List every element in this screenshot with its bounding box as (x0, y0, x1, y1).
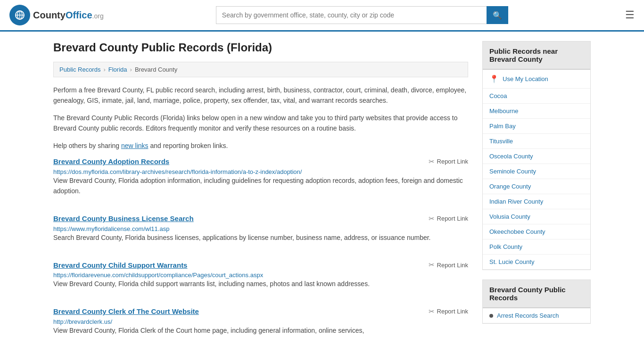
record-desc-clerk: View Brevard County, Florida Clerk of th… (53, 325, 468, 336)
breadcrumb-florida[interactable]: Florida (108, 66, 127, 73)
record-title-adoption[interactable]: Brevard County Adoption Records (53, 157, 169, 165)
sidebar-link-okeechobee[interactable]: Okeechobee County (483, 224, 590, 239)
sidebar: Public Records near Brevard County 📍 Use… (482, 41, 591, 354)
intro-paragraph-2: The Brevard County Public Records (Flori… (53, 113, 468, 134)
record-title-business[interactable]: Brevard County Business License Search (53, 214, 194, 222)
report-link-0[interactable]: ✂ Report Link (429, 157, 468, 166)
report-link-1[interactable]: ✂ Report Link (429, 214, 468, 223)
record-title-clerk[interactable]: Brevard County Clerk of The Court Websit… (53, 307, 199, 315)
logo-text: CountyOffice.org (33, 10, 104, 21)
logo-icon (9, 5, 30, 25)
sidebar-record-arrest[interactable]: Arrest Records Search (483, 308, 590, 323)
record-url-adoption[interactable]: https://dos.myflorida.com/library-archiv… (53, 168, 302, 175)
intro-paragraph-3: Help others by sharing new links and rep… (53, 140, 468, 151)
sidebar-link-melbourne[interactable]: Melbourne (483, 104, 590, 119)
sidebar-link-orange[interactable]: Orange County (483, 179, 590, 194)
breadcrumb-public-records[interactable]: Public Records (59, 66, 100, 73)
new-links-link[interactable]: new links (121, 142, 149, 149)
search-area: 🔍 (216, 6, 508, 24)
record-desc-business: Search Brevard County, Florida business … (53, 232, 468, 243)
sidebar-link-st-lucie[interactable]: St. Lucie County (483, 255, 590, 270)
content-area: Brevard County Public Records (Florida) … (53, 41, 468, 354)
sidebar-near-title: Public Records near Brevard County (483, 41, 590, 70)
sidebar-records-box: Brevard County Public Records Arrest Rec… (482, 280, 591, 324)
breadcrumb-current: Brevard County (135, 66, 177, 73)
record-title-row: Brevard County Adoption Records ✂ Report… (53, 157, 468, 166)
main-wrapper: Brevard County Public Records (Florida) … (39, 32, 605, 362)
hamburger-icon: ☰ (625, 9, 635, 21)
record-url-warrants[interactable]: https://floridarevenue.com/childsupport/… (53, 272, 263, 279)
menu-button[interactable]: ☰ (625, 9, 635, 21)
record-item: Brevard County Clerk of The Court Websit… (53, 307, 468, 340)
header-right: ☰ (620, 9, 635, 21)
record-url-business[interactable]: https://www.myfloridalicense.com/wl11.as… (53, 225, 169, 232)
sidebar-link-osceola[interactable]: Osceola County (483, 149, 590, 164)
report-link-2[interactable]: ✂ Report Link (429, 261, 468, 269)
report-icon: ✂ (429, 157, 435, 166)
sidebar-link-cocoa[interactable]: Cocoa (483, 89, 590, 104)
sidebar-link-volusia[interactable]: Volusia County (483, 209, 590, 224)
header: CountyOffice.org 🔍 ☰ (0, 0, 644, 32)
record-item: Brevard County Adoption Records ✂ Report… (53, 157, 468, 201)
search-icon: 🔍 (493, 11, 502, 19)
report-icon: ✂ (429, 307, 435, 316)
sidebar-records-title: Brevard County Public Records (483, 280, 590, 308)
record-title-warrants[interactable]: Brevard County Child Support Warrants (53, 261, 187, 269)
search-button[interactable]: 🔍 (487, 6, 508, 24)
report-icon: ✂ (429, 261, 435, 269)
bullet-icon (489, 314, 493, 318)
page-title: Brevard County Public Records (Florida) (53, 41, 468, 54)
sidebar-link-indian-river[interactable]: Indian River County (483, 194, 590, 209)
use-my-location-button[interactable]: 📍 Use My Location (483, 70, 590, 89)
record-title-row: Brevard County Clerk of The Court Websit… (53, 307, 468, 316)
record-title-row: Brevard County Child Support Warrants ✂ … (53, 261, 468, 269)
record-item: Brevard County Business License Search ✂… (53, 214, 468, 247)
record-desc-warrants: View Brevard County, Florida child suppo… (53, 279, 468, 289)
location-pin-icon: 📍 (489, 74, 499, 83)
sidebar-link-polk[interactable]: Polk County (483, 239, 590, 255)
logo-area: CountyOffice.org (9, 5, 104, 25)
sidebar-link-seminole[interactable]: Seminole County (483, 164, 590, 179)
sidebar-near-box: Public Records near Brevard County 📍 Use… (482, 41, 591, 270)
record-desc-adoption: View Brevard County, Florida adoption in… (53, 175, 468, 197)
report-link-3[interactable]: ✂ Report Link (429, 307, 468, 316)
intro-paragraph-1: Perform a free Brevard County, FL public… (53, 85, 468, 106)
breadcrumb: Public Records › Florida › Brevard Count… (53, 62, 468, 77)
record-item: Brevard County Child Support Warrants ✂ … (53, 261, 468, 294)
record-url-clerk[interactable]: http://brevardclerk.us/ (53, 318, 112, 325)
search-input[interactable] (216, 6, 487, 24)
report-icon: ✂ (429, 214, 435, 223)
sidebar-link-titusville[interactable]: Titusville (483, 134, 590, 149)
sidebar-link-palm-bay[interactable]: Palm Bay (483, 119, 590, 134)
record-title-row: Brevard County Business License Search ✂… (53, 214, 468, 223)
records-list: Brevard County Adoption Records ✂ Report… (53, 157, 468, 340)
